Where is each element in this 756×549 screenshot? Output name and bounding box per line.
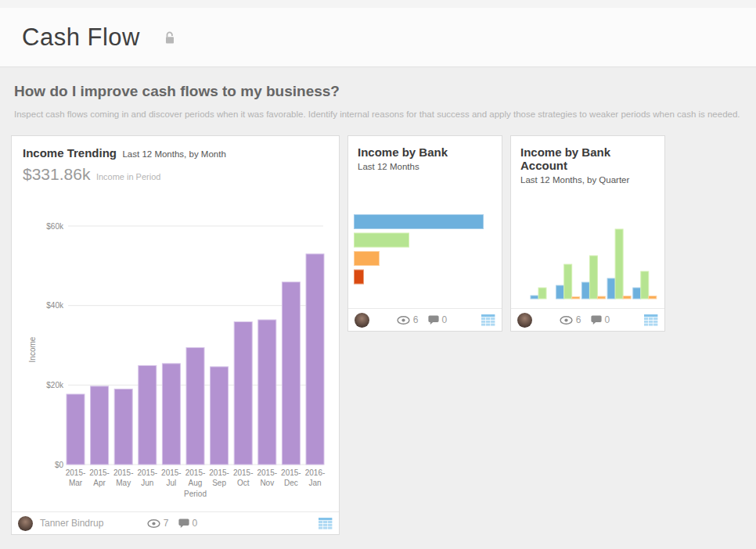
card-header: Income Trending Last 12 Months, by Month (12, 136, 339, 160)
svg-text:Dec: Dec (284, 479, 298, 487)
svg-text:Apr: Apr (93, 479, 106, 487)
card-stats: 6 0 (348, 314, 502, 325)
svg-text:Period: Period (184, 490, 207, 498)
svg-text:May: May (116, 479, 131, 487)
svg-text:2015-: 2015- (209, 468, 229, 477)
avatar[interactable] (355, 313, 369, 328)
stat-row: $331.86k Income in Period (12, 160, 339, 184)
svg-text:$0: $0 (55, 461, 64, 469)
svg-text:Nov: Nov (260, 479, 274, 487)
question-heading: How do I improve cash flows to my busine… (11, 83, 745, 100)
question-description: Inspect cash flows coming in and discove… (11, 109, 745, 119)
comments-count: 0 (605, 314, 610, 325)
svg-text:2015-: 2015- (185, 468, 206, 477)
svg-text:Jan: Jan (308, 479, 321, 487)
svg-text:2015-: 2015- (257, 468, 278, 477)
card-footer: 6 0 (511, 308, 664, 331)
svg-text:2015-: 2015- (89, 468, 110, 477)
card-title: Income Trending (23, 146, 117, 160)
views-count: 6 (576, 314, 581, 325)
avatar[interactable] (18, 516, 33, 531)
card-income-by-bank-account[interactable]: Income by Bank Account Last 12 Months, b… (510, 135, 665, 332)
comments-icon (591, 315, 602, 325)
table-view-icon[interactable] (481, 314, 495, 326)
stat-label: Income in Period (96, 172, 161, 181)
svg-text:2015-: 2015- (138, 468, 158, 477)
comments-count: 0 (442, 314, 448, 325)
table-view-icon[interactable] (644, 314, 658, 326)
svg-text:2015-: 2015- (281, 468, 301, 477)
card-income-trending[interactable]: Income Trending Last 12 Months, by Month… (11, 135, 340, 535)
card-subtitle: Last 12 Months, by Quarter (520, 175, 655, 185)
svg-text:Mar: Mar (69, 479, 83, 487)
svg-text:$40k: $40k (46, 301, 64, 310)
table-view-icon[interactable] (319, 518, 333, 529)
comments-icon (178, 518, 189, 529)
income-by-bank-hbar-chart (354, 214, 496, 286)
author-name: Tanner Bindrup (40, 518, 103, 529)
comments-icon (428, 315, 439, 325)
views-icon (397, 316, 410, 325)
page-title: Cash Flow (22, 23, 140, 52)
dashboard-page: Cash Flow How do I improve cash flows to… (0, 0, 756, 549)
card-subtitle: Last 12 Months, by Month (122, 149, 225, 159)
avatar[interactable] (517, 313, 532, 328)
card-income-by-bank[interactable]: Income by Bank Last 12 Months 6 (347, 135, 502, 332)
svg-text:Oct: Oct (237, 479, 250, 487)
views-icon (560, 316, 573, 325)
app-header: Cash Flow (0, 8, 756, 67)
svg-text:$60k: $60k (46, 222, 64, 231)
svg-text:Jul: Jul (167, 479, 177, 487)
card-footer: 6 0 (348, 308, 502, 331)
views-icon (147, 519, 160, 528)
svg-text:2016-: 2016- (305, 468, 326, 477)
content-area: How do I improve cash flows to my busine… (0, 67, 756, 535)
card-stats: 6 0 (511, 314, 664, 325)
income-trending-bar-chart: $0$20k$40k$60k2015-Mar2015-Apr2015-May20… (12, 213, 326, 508)
card-header: Income by Bank Account Last 12 Months, b… (511, 136, 664, 185)
svg-text:2015-: 2015- (66, 468, 86, 477)
views-count: 6 (413, 314, 419, 325)
views-count: 7 (164, 518, 169, 529)
svg-text:2015-: 2015- (113, 468, 134, 477)
stat-value: $331.86k (23, 165, 90, 183)
card-title: Income by Bank (358, 145, 492, 159)
svg-text:Aug: Aug (189, 479, 203, 487)
cards-row: Income Trending Last 12 Months, by Month… (11, 135, 745, 535)
card-header: Income by Bank Last 12 Months (348, 136, 502, 171)
card-subtitle: Last 12 Months (358, 162, 492, 171)
income-by-bank-account-grouped-chart (517, 216, 659, 303)
svg-text:Jun: Jun (141, 479, 153, 487)
svg-text:2015-: 2015- (161, 468, 182, 477)
svg-text:Income: Income (28, 336, 37, 362)
card-footer: Tanner Bindrup 7 0 (12, 511, 339, 534)
svg-text:Sep: Sep (212, 479, 226, 487)
svg-text:$20k: $20k (46, 381, 64, 389)
comments-count: 0 (193, 518, 198, 529)
card-title: Income by Bank Account (520, 145, 655, 172)
unlock-icon[interactable] (164, 30, 175, 48)
svg-text:2015-: 2015- (233, 468, 254, 477)
top-strip (0, 0, 756, 8)
